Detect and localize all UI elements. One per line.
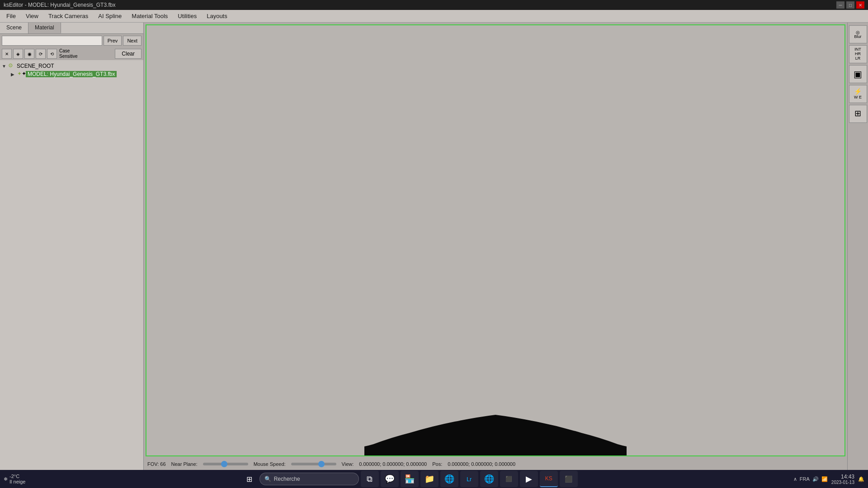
pos-label: Pos: <box>432 461 442 467</box>
volume-icon[interactable]: 🔊 <box>812 476 819 482</box>
menu-ai-spline[interactable]: AI Spline <box>94 12 126 20</box>
taskbar-teams[interactable]: 💬 <box>381 471 399 487</box>
taskbar-item2[interactable]: ⬛ <box>560 471 578 487</box>
app-title: ksEditor - MODEL: Hyundai_Genesis_GT3.fb… <box>4 2 115 8</box>
system-tray: ∧ FRA 🔊 📶 <box>793 476 828 482</box>
we-btn[interactable]: ⚡ W E <box>849 85 867 103</box>
taskbar-left: ❄ -2°C Il neige <box>4 474 25 484</box>
weather-condition: Il neige <box>9 479 25 484</box>
weather-temp: -2°C <box>9 474 25 479</box>
mouse-speed-thumb <box>318 461 325 467</box>
minimize-button[interactable]: ─ <box>836 1 844 9</box>
blur-icon: ◎ <box>854 30 861 35</box>
clock-date: 2023-01-13 <box>831 480 854 485</box>
taskbar-center: ⊞ 🔍 Recherche ⧉ 💬 🏪 📁 🌐 Lr 🌐 ⬛ ▶ KS ⬛ <box>241 471 578 487</box>
near-plane-thumb <box>221 461 227 467</box>
scene-tree: ▼ SCENE_ROOT ▶ ✦ MODEL: Hyundai_Genesis_… <box>0 60 143 470</box>
taskbar-edge[interactable]: 🌐 <box>440 471 458 487</box>
menu-view[interactable]: View <box>21 12 43 20</box>
near-plane-slider[interactable] <box>203 463 248 465</box>
search-input[interactable] <box>2 36 102 46</box>
right-icons-panel: ◎ Blur INTHRLR ▣ ⚡ W E ⊞ <box>847 23 868 470</box>
mouse-speed-label: Mouse Speed: <box>254 461 286 467</box>
filter-icon-4[interactable]: ⟳ <box>36 49 46 59</box>
clear-button[interactable]: Clear <box>115 49 142 59</box>
case-sensitive-label: CaseSensitive <box>58 48 79 59</box>
taskbar-right: ∧ FRA 🔊 📶 14:43 2023-01-13 🔔 <box>793 474 864 485</box>
tree-item-model[interactable]: ▶ ✦ MODEL: Hyundai_Genesis_GT3.fbx <box>11 70 142 78</box>
search-icon: 🔍 <box>264 476 271 482</box>
expand-root-arrow[interactable]: ▼ <box>2 64 8 69</box>
int-hr-lr-label: INTHRLR <box>854 47 861 61</box>
clock-time: 14:43 <box>831 474 854 480</box>
material-preview-btn[interactable]: ▣ <box>849 65 867 83</box>
tab-material[interactable]: Material <box>28 23 61 33</box>
int-hr-lr-btn[interactable]: INTHRLR <box>849 45 867 63</box>
main-layout: Scene Material Prev Next ✕ ◈ ◉ ⟳ ⟲ CaseS… <box>0 23 868 470</box>
taskbar-search[interactable]: 🔍 Recherche <box>259 473 359 485</box>
expand-model-arrow[interactable]: ▶ <box>11 72 17 77</box>
model-icon: ✦ <box>17 70 24 78</box>
blur-label: Blur <box>854 35 861 39</box>
expand-tray-icon[interactable]: ∧ <box>793 476 797 482</box>
material-icon: ▣ <box>854 69 862 79</box>
scene-tabs: Scene Material <box>0 23 143 34</box>
start-button[interactable]: ⊞ <box>241 471 258 487</box>
blur-icon-btn[interactable]: ◎ Blur <box>849 25 867 43</box>
menu-track-cameras[interactable]: Track Cameras <box>44 12 93 20</box>
weather-icon: ❄ <box>4 476 8 482</box>
grid-icon: ⊞ <box>854 109 861 118</box>
view-label: View: <box>342 461 354 467</box>
search-placeholder: Recherche <box>274 476 300 482</box>
titlebar: ksEditor - MODEL: Hyundai_Genesis_GT3.fb… <box>0 0 868 10</box>
search-bar: Prev Next <box>0 34 143 47</box>
filter-icon-5[interactable]: ⟲ <box>47 49 57 59</box>
view-value: 0.000000; 0.000000; 0.000000 <box>359 461 427 467</box>
filter-icon-1[interactable]: ✕ <box>2 49 12 59</box>
pos-value: 0.000000; 0.000000; 0.000000 <box>448 461 515 467</box>
close-button[interactable]: ✕ <box>856 1 864 9</box>
tab-scene[interactable]: Scene <box>0 23 28 33</box>
filter-icon-3[interactable]: ◉ <box>24 49 34 59</box>
taskbar-media[interactable]: ▶ <box>520 471 538 487</box>
viewport[interactable] <box>146 24 845 456</box>
near-plane-label: Near Plane: <box>171 461 198 467</box>
menubar: File View Track Cameras AI Spline Materi… <box>0 10 868 23</box>
network-icon[interactable]: 📶 <box>821 476 828 482</box>
viewport-status: FOV: 66 Near Plane: Mouse Speed: View: 0… <box>144 458 847 470</box>
root-icon <box>8 62 15 70</box>
filter-icon-2[interactable]: ◈ <box>13 49 23 59</box>
viewport-area: FOV: 66 Near Plane: Mouse Speed: View: 0… <box>144 23 847 470</box>
taskbar-chrome[interactable]: 🌐 <box>480 471 498 487</box>
menu-file[interactable]: File <box>2 12 20 20</box>
left-panel: Scene Material Prev Next ✕ ◈ ◉ ⟳ ⟲ CaseS… <box>0 23 144 470</box>
mouse-speed-slider[interactable] <box>291 463 336 465</box>
weather-widget: ❄ -2°C Il neige <box>4 474 25 484</box>
system-clock[interactable]: 14:43 2023-01-13 <box>831 474 854 485</box>
tree-children: ▶ ✦ MODEL: Hyundai_Genesis_GT3.fbx <box>11 70 142 78</box>
we-icon: ⚡ W E <box>854 88 862 99</box>
taskbar-explorer[interactable]: 📁 <box>420 471 439 487</box>
taskbar-kseditor[interactable]: KS <box>540 471 558 487</box>
grid-btn[interactable]: ⊞ <box>849 105 867 123</box>
tree-root[interactable]: ▼ SCENE_ROOT <box>2 62 142 70</box>
prev-button[interactable]: Prev <box>104 36 122 46</box>
taskbar-store[interactable]: 🏪 <box>401 471 419 487</box>
taskbar-lr[interactable]: Lr <box>460 471 478 487</box>
fov-label: FOV: 66 <box>147 461 166 467</box>
maximize-button[interactable]: □ <box>846 1 854 9</box>
menu-material-tools[interactable]: Material Tools <box>127 12 172 20</box>
menu-layouts[interactable]: Layouts <box>202 12 232 20</box>
language-indicator: FRA <box>800 476 810 482</box>
tree-item-model-label: MODEL: Hyundai_Genesis_GT3.fbx <box>26 71 117 77</box>
search-options-bar: ✕ ◈ ◉ ⟳ ⟲ CaseSensitive Clear <box>0 47 143 60</box>
menu-utilities[interactable]: Utilities <box>173 12 201 20</box>
tree-root-label: SCENE_ROOT <box>17 63 54 69</box>
notification-icon[interactable]: 🔔 <box>858 476 864 482</box>
car-silhouette <box>364 397 627 455</box>
viewport-content <box>146 25 844 455</box>
taskbar-dell[interactable]: ⬛ <box>500 471 518 487</box>
taskbar: ❄ -2°C Il neige ⊞ 🔍 Recherche ⧉ 💬 🏪 📁 🌐 … <box>0 470 868 488</box>
task-view-button[interactable]: ⧉ <box>361 471 379 487</box>
next-button[interactable]: Next <box>123 36 142 46</box>
